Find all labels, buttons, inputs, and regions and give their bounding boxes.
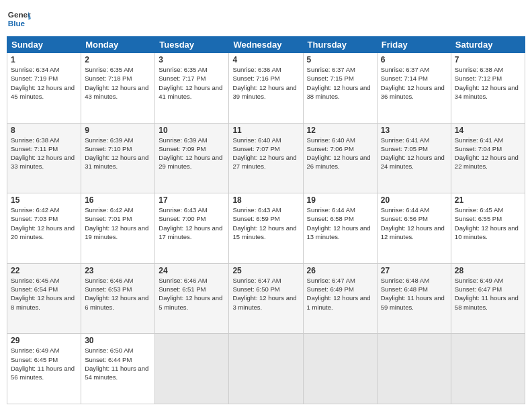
day-number: 20	[381, 195, 447, 205]
day-info: Sunrise: 6:47 AMSunset: 6:50 PMDaylight:…	[232, 276, 299, 312]
calendar-day-28: 28Sunrise: 6:49 AMSunset: 6:47 PMDayligh…	[451, 263, 525, 334]
calendar-day-22: 22Sunrise: 6:45 AMSunset: 6:54 PMDayligh…	[7, 263, 81, 334]
calendar-empty	[303, 334, 377, 404]
day-number: 27	[381, 266, 447, 275]
day-info: Sunrise: 6:45 AMSunset: 6:54 PMDaylight:…	[11, 276, 77, 312]
day-number: 22	[11, 266, 77, 275]
day-number: 30	[85, 336, 151, 345]
calendar-empty	[155, 334, 229, 404]
day-number: 7	[455, 55, 521, 64]
day-info: Sunrise: 6:38 AMSunset: 7:12 PMDaylight:…	[455, 65, 521, 101]
day-number: 5	[307, 55, 373, 64]
calendar-day-10: 10Sunrise: 6:39 AMSunset: 7:09 PMDayligh…	[155, 123, 229, 193]
day-info: Sunrise: 6:41 AMSunset: 7:05 PMDaylight:…	[381, 136, 447, 171]
day-info: Sunrise: 6:44 AMSunset: 6:56 PMDaylight:…	[381, 205, 447, 241]
day-number: 24	[159, 266, 225, 275]
calendar-day-4: 4Sunrise: 6:36 AMSunset: 7:16 PMDaylight…	[229, 53, 303, 124]
calendar-header-thursday: Thursday	[303, 37, 377, 53]
day-info: Sunrise: 6:39 AMSunset: 7:09 PMDaylight:…	[159, 136, 225, 171]
calendar-header-friday: Friday	[377, 37, 451, 53]
day-number: 4	[232, 55, 299, 64]
day-number: 3	[159, 55, 225, 64]
day-number: 10	[159, 126, 225, 135]
calendar-day-1: 1Sunrise: 6:34 AMSunset: 7:19 PMDaylight…	[7, 53, 81, 124]
day-number: 11	[232, 126, 299, 135]
day-number: 28	[455, 266, 521, 275]
svg-text:General: General	[8, 10, 31, 19]
header: General Blue	[7, 7, 525, 31]
calendar-day-3: 3Sunrise: 6:35 AMSunset: 7:17 PMDaylight…	[155, 53, 229, 124]
calendar-week-4: 22Sunrise: 6:45 AMSunset: 6:54 PMDayligh…	[7, 263, 525, 334]
calendar-day-15: 15Sunrise: 6:42 AMSunset: 7:03 PMDayligh…	[7, 193, 81, 264]
calendar-header-row: SundayMondayTuesdayWednesdayThursdayFrid…	[7, 37, 525, 53]
calendar-table: SundayMondayTuesdayWednesdayThursdayFrid…	[7, 36, 525, 404]
day-info: Sunrise: 6:42 AMSunset: 7:03 PMDaylight:…	[11, 205, 77, 241]
day-info: Sunrise: 6:42 AMSunset: 7:01 PMDaylight:…	[85, 205, 151, 241]
calendar-page: General Blue SundayMondayTuesdayWednesda…	[0, 0, 532, 411]
calendar-day-17: 17Sunrise: 6:43 AMSunset: 7:00 PMDayligh…	[155, 193, 229, 264]
calendar-day-24: 24Sunrise: 6:46 AMSunset: 6:51 PMDayligh…	[155, 263, 229, 334]
day-info: Sunrise: 6:35 AMSunset: 7:18 PMDaylight:…	[85, 65, 151, 101]
calendar-day-5: 5Sunrise: 6:37 AMSunset: 7:15 PMDaylight…	[303, 53, 377, 124]
day-info: Sunrise: 6:34 AMSunset: 7:19 PMDaylight:…	[11, 65, 77, 101]
calendar-day-7: 7Sunrise: 6:38 AMSunset: 7:12 PMDaylight…	[451, 53, 525, 124]
calendar-header-tuesday: Tuesday	[155, 37, 229, 53]
day-info: Sunrise: 6:44 AMSunset: 6:58 PMDaylight:…	[307, 205, 373, 241]
calendar-day-14: 14Sunrise: 6:41 AMSunset: 7:04 PMDayligh…	[451, 123, 525, 193]
calendar-header-sunday: Sunday	[7, 37, 81, 53]
logo: General Blue	[7, 7, 31, 31]
calendar-week-5: 29Sunrise: 6:49 AMSunset: 6:45 PMDayligh…	[7, 334, 525, 404]
day-info: Sunrise: 6:49 AMSunset: 6:45 PMDaylight:…	[11, 346, 77, 381]
day-info: Sunrise: 6:35 AMSunset: 7:17 PMDaylight:…	[159, 65, 225, 101]
day-number: 21	[455, 195, 521, 205]
calendar-day-6: 6Sunrise: 6:37 AMSunset: 7:14 PMDaylight…	[377, 53, 451, 124]
calendar-week-3: 15Sunrise: 6:42 AMSunset: 7:03 PMDayligh…	[7, 193, 525, 264]
calendar-day-8: 8Sunrise: 6:38 AMSunset: 7:11 PMDaylight…	[7, 123, 81, 193]
day-number: 29	[11, 336, 77, 345]
day-info: Sunrise: 6:50 AMSunset: 6:44 PMDaylight:…	[85, 346, 151, 381]
day-number: 23	[85, 266, 151, 275]
day-info: Sunrise: 6:39 AMSunset: 7:10 PMDaylight:…	[85, 136, 151, 171]
calendar-week-1: 1Sunrise: 6:34 AMSunset: 7:19 PMDaylight…	[7, 53, 525, 124]
day-info: Sunrise: 6:40 AMSunset: 7:06 PMDaylight:…	[307, 136, 373, 171]
day-info: Sunrise: 6:38 AMSunset: 7:11 PMDaylight:…	[11, 136, 77, 171]
calendar-header-monday: Monday	[81, 37, 155, 53]
calendar-day-25: 25Sunrise: 6:47 AMSunset: 6:50 PMDayligh…	[229, 263, 303, 334]
calendar-day-18: 18Sunrise: 6:43 AMSunset: 6:59 PMDayligh…	[229, 193, 303, 264]
calendar-day-27: 27Sunrise: 6:48 AMSunset: 6:48 PMDayligh…	[377, 263, 451, 334]
day-info: Sunrise: 6:43 AMSunset: 7:00 PMDaylight:…	[159, 205, 225, 241]
day-number: 16	[85, 195, 151, 205]
day-info: Sunrise: 6:40 AMSunset: 7:07 PMDaylight:…	[232, 136, 299, 171]
calendar-day-21: 21Sunrise: 6:45 AMSunset: 6:55 PMDayligh…	[451, 193, 525, 264]
calendar-day-11: 11Sunrise: 6:40 AMSunset: 7:07 PMDayligh…	[229, 123, 303, 193]
calendar-day-30: 30Sunrise: 6:50 AMSunset: 6:44 PMDayligh…	[81, 334, 155, 404]
calendar-day-16: 16Sunrise: 6:42 AMSunset: 7:01 PMDayligh…	[81, 193, 155, 264]
calendar-day-13: 13Sunrise: 6:41 AMSunset: 7:05 PMDayligh…	[377, 123, 451, 193]
day-number: 19	[307, 195, 373, 205]
day-number: 6	[381, 55, 447, 64]
day-number: 18	[232, 195, 299, 205]
day-number: 1	[11, 55, 77, 64]
calendar-empty	[377, 334, 451, 404]
day-info: Sunrise: 6:45 AMSunset: 6:55 PMDaylight:…	[455, 205, 521, 241]
day-number: 26	[307, 266, 373, 275]
calendar-week-2: 8Sunrise: 6:38 AMSunset: 7:11 PMDaylight…	[7, 123, 525, 193]
day-number: 25	[232, 266, 299, 275]
calendar-day-19: 19Sunrise: 6:44 AMSunset: 6:58 PMDayligh…	[303, 193, 377, 264]
day-number: 17	[159, 195, 225, 205]
svg-text:Blue: Blue	[8, 19, 26, 28]
day-info: Sunrise: 6:41 AMSunset: 7:04 PMDaylight:…	[455, 136, 521, 171]
day-info: Sunrise: 6:36 AMSunset: 7:16 PMDaylight:…	[232, 65, 299, 101]
day-number: 9	[85, 126, 151, 135]
day-info: Sunrise: 6:43 AMSunset: 6:59 PMDaylight:…	[232, 205, 299, 241]
logo-icon: General Blue	[7, 7, 31, 31]
calendar-day-2: 2Sunrise: 6:35 AMSunset: 7:18 PMDaylight…	[81, 53, 155, 124]
day-info: Sunrise: 6:46 AMSunset: 6:53 PMDaylight:…	[85, 276, 151, 312]
calendar-day-20: 20Sunrise: 6:44 AMSunset: 6:56 PMDayligh…	[377, 193, 451, 264]
day-number: 14	[455, 126, 521, 135]
calendar-day-12: 12Sunrise: 6:40 AMSunset: 7:06 PMDayligh…	[303, 123, 377, 193]
calendar-day-9: 9Sunrise: 6:39 AMSunset: 7:10 PMDaylight…	[81, 123, 155, 193]
day-number: 15	[11, 195, 77, 205]
calendar-day-29: 29Sunrise: 6:49 AMSunset: 6:45 PMDayligh…	[7, 334, 81, 404]
day-number: 2	[85, 55, 151, 64]
